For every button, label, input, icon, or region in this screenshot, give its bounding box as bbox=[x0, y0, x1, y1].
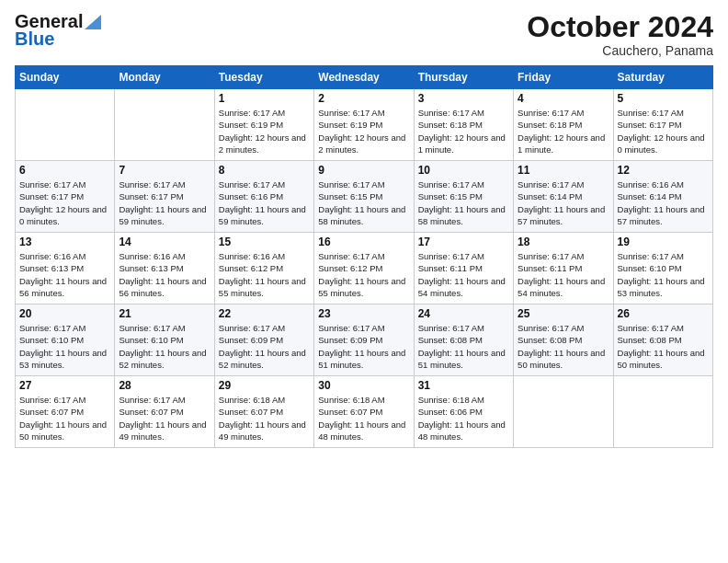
day-cell: 5Sunrise: 6:17 AMSunset: 6:17 PMDaylight… bbox=[613, 89, 712, 161]
day-number: 24 bbox=[418, 307, 509, 320]
day-number: 4 bbox=[518, 92, 609, 105]
day-number: 30 bbox=[318, 379, 409, 392]
location: Cauchero, Panama bbox=[527, 43, 713, 58]
day-number: 5 bbox=[618, 92, 709, 105]
week-row-4: 20Sunrise: 6:17 AMSunset: 6:10 PMDayligh… bbox=[16, 304, 713, 376]
day-info: Sunrise: 6:17 AMSunset: 6:08 PMDaylight:… bbox=[618, 322, 709, 371]
logo-blue: Blue bbox=[15, 29, 54, 50]
day-cell: 30Sunrise: 6:18 AMSunset: 6:07 PMDayligh… bbox=[314, 376, 414, 448]
day-info: Sunrise: 6:17 AMSunset: 6:15 PMDaylight:… bbox=[318, 178, 409, 227]
day-cell: 4Sunrise: 6:17 AMSunset: 6:18 PMDaylight… bbox=[514, 89, 613, 161]
day-number: 27 bbox=[19, 379, 110, 392]
day-cell bbox=[514, 376, 613, 448]
day-cell: 9Sunrise: 6:17 AMSunset: 6:15 PMDaylight… bbox=[314, 161, 414, 233]
week-row-2: 6Sunrise: 6:17 AMSunset: 6:17 PMDaylight… bbox=[16, 161, 713, 233]
day-number: 31 bbox=[418, 379, 509, 392]
day-cell bbox=[16, 89, 115, 161]
day-cell: 31Sunrise: 6:18 AMSunset: 6:06 PMDayligh… bbox=[414, 376, 513, 448]
day-cell: 6Sunrise: 6:17 AMSunset: 6:17 PMDaylight… bbox=[16, 161, 115, 233]
day-cell: 24Sunrise: 6:17 AMSunset: 6:08 PMDayligh… bbox=[414, 304, 513, 376]
day-number: 29 bbox=[219, 379, 310, 392]
day-cell: 3Sunrise: 6:17 AMSunset: 6:18 PMDaylight… bbox=[414, 89, 513, 161]
day-number: 9 bbox=[318, 164, 409, 177]
week-row-1: 1Sunrise: 6:17 AMSunset: 6:19 PMDaylight… bbox=[16, 89, 713, 161]
day-cell bbox=[115, 89, 214, 161]
day-info: Sunrise: 6:16 AMSunset: 6:14 PMDaylight:… bbox=[618, 178, 709, 227]
day-number: 10 bbox=[418, 164, 509, 177]
day-number: 19 bbox=[618, 236, 709, 248]
day-number: 3 bbox=[418, 92, 509, 105]
day-cell: 23Sunrise: 6:17 AMSunset: 6:09 PMDayligh… bbox=[314, 304, 414, 376]
day-cell: 20Sunrise: 6:17 AMSunset: 6:10 PMDayligh… bbox=[16, 304, 115, 376]
day-info: Sunrise: 6:17 AMSunset: 6:17 PMDaylight:… bbox=[119, 178, 210, 227]
day-info: Sunrise: 6:17 AMSunset: 6:17 PMDaylight:… bbox=[19, 178, 110, 227]
day-number: 14 bbox=[119, 236, 210, 248]
day-header-friday: Friday bbox=[514, 66, 613, 89]
day-info: Sunrise: 6:17 AMSunset: 6:19 PMDaylight:… bbox=[318, 107, 409, 155]
day-info: Sunrise: 6:16 AMSunset: 6:13 PMDaylight:… bbox=[19, 250, 110, 299]
day-info: Sunrise: 6:17 AMSunset: 6:10 PMDaylight:… bbox=[19, 322, 110, 371]
day-cell: 15Sunrise: 6:16 AMSunset: 6:12 PMDayligh… bbox=[214, 233, 313, 304]
day-header-monday: Monday bbox=[115, 66, 214, 89]
day-cell: 18Sunrise: 6:17 AMSunset: 6:11 PMDayligh… bbox=[514, 233, 613, 304]
day-cell: 25Sunrise: 6:17 AMSunset: 6:08 PMDayligh… bbox=[514, 304, 613, 376]
day-info: Sunrise: 6:16 AMSunset: 6:12 PMDaylight:… bbox=[219, 250, 310, 299]
day-cell: 11Sunrise: 6:17 AMSunset: 6:14 PMDayligh… bbox=[514, 161, 613, 233]
day-info: Sunrise: 6:17 AMSunset: 6:11 PMDaylight:… bbox=[518, 250, 609, 299]
week-row-5: 27Sunrise: 6:17 AMSunset: 6:07 PMDayligh… bbox=[16, 376, 713, 448]
day-info: Sunrise: 6:17 AMSunset: 6:08 PMDaylight:… bbox=[418, 322, 509, 371]
day-number: 12 bbox=[618, 164, 709, 177]
day-number: 15 bbox=[219, 236, 310, 248]
day-info: Sunrise: 6:17 AMSunset: 6:14 PMDaylight:… bbox=[518, 178, 609, 227]
day-info: Sunrise: 6:17 AMSunset: 6:16 PMDaylight:… bbox=[219, 178, 310, 227]
day-number: 22 bbox=[219, 307, 310, 320]
day-info: Sunrise: 6:17 AMSunset: 6:09 PMDaylight:… bbox=[219, 322, 310, 371]
day-info: Sunrise: 6:17 AMSunset: 6:10 PMDaylight:… bbox=[618, 250, 709, 299]
day-number: 2 bbox=[318, 92, 409, 105]
day-number: 18 bbox=[518, 236, 609, 248]
logo: General Blue bbox=[15, 11, 101, 50]
day-info: Sunrise: 6:17 AMSunset: 6:15 PMDaylight:… bbox=[418, 178, 509, 227]
day-info: Sunrise: 6:17 AMSunset: 6:08 PMDaylight:… bbox=[518, 322, 609, 371]
day-info: Sunrise: 6:17 AMSunset: 6:18 PMDaylight:… bbox=[418, 107, 509, 155]
day-number: 11 bbox=[518, 164, 609, 177]
day-cell: 16Sunrise: 6:17 AMSunset: 6:12 PMDayligh… bbox=[314, 233, 414, 304]
day-cell: 7Sunrise: 6:17 AMSunset: 6:17 PMDaylight… bbox=[115, 161, 214, 233]
day-number: 25 bbox=[518, 307, 609, 320]
month-title: October 2024 bbox=[527, 11, 713, 43]
day-info: Sunrise: 6:17 AMSunset: 6:11 PMDaylight:… bbox=[418, 250, 509, 299]
day-cell: 2Sunrise: 6:17 AMSunset: 6:19 PMDaylight… bbox=[314, 89, 414, 161]
day-cell: 17Sunrise: 6:17 AMSunset: 6:11 PMDayligh… bbox=[414, 233, 513, 304]
day-number: 28 bbox=[119, 379, 210, 392]
day-cell: 13Sunrise: 6:16 AMSunset: 6:13 PMDayligh… bbox=[16, 233, 115, 304]
day-info: Sunrise: 6:17 AMSunset: 6:07 PMDaylight:… bbox=[19, 394, 110, 442]
day-info: Sunrise: 6:17 AMSunset: 6:19 PMDaylight:… bbox=[219, 107, 310, 155]
day-header-saturday: Saturday bbox=[613, 66, 712, 89]
day-cell: 27Sunrise: 6:17 AMSunset: 6:07 PMDayligh… bbox=[16, 376, 115, 448]
svg-marker-0 bbox=[85, 15, 101, 29]
page-header: General Blue October 2024 Cauchero, Pana… bbox=[15, 11, 713, 58]
day-info: Sunrise: 6:16 AMSunset: 6:13 PMDaylight:… bbox=[119, 250, 210, 299]
day-header-wednesday: Wednesday bbox=[314, 66, 414, 89]
logo-icon bbox=[85, 15, 101, 29]
day-info: Sunrise: 6:18 AMSunset: 6:07 PMDaylight:… bbox=[318, 394, 409, 442]
day-header-tuesday: Tuesday bbox=[214, 66, 313, 89]
calendar: SundayMondayTuesdayWednesdayThursdayFrid… bbox=[15, 65, 713, 448]
day-header-sunday: Sunday bbox=[16, 66, 115, 89]
day-info: Sunrise: 6:17 AMSunset: 6:12 PMDaylight:… bbox=[318, 250, 409, 299]
day-cell: 28Sunrise: 6:17 AMSunset: 6:07 PMDayligh… bbox=[115, 376, 214, 448]
day-cell: 8Sunrise: 6:17 AMSunset: 6:16 PMDaylight… bbox=[214, 161, 313, 233]
day-cell: 22Sunrise: 6:17 AMSunset: 6:09 PMDayligh… bbox=[214, 304, 313, 376]
day-info: Sunrise: 6:18 AMSunset: 6:06 PMDaylight:… bbox=[418, 394, 509, 442]
day-cell: 19Sunrise: 6:17 AMSunset: 6:10 PMDayligh… bbox=[613, 233, 712, 304]
day-cell: 10Sunrise: 6:17 AMSunset: 6:15 PMDayligh… bbox=[414, 161, 513, 233]
day-header-thursday: Thursday bbox=[414, 66, 513, 89]
day-cell: 26Sunrise: 6:17 AMSunset: 6:08 PMDayligh… bbox=[613, 304, 712, 376]
day-cell: 14Sunrise: 6:16 AMSunset: 6:13 PMDayligh… bbox=[115, 233, 214, 304]
day-number: 16 bbox=[318, 236, 409, 248]
day-number: 17 bbox=[418, 236, 509, 248]
day-number: 8 bbox=[219, 164, 310, 177]
day-number: 6 bbox=[19, 164, 110, 177]
day-number: 20 bbox=[19, 307, 110, 320]
day-info: Sunrise: 6:17 AMSunset: 6:18 PMDaylight:… bbox=[518, 107, 609, 155]
